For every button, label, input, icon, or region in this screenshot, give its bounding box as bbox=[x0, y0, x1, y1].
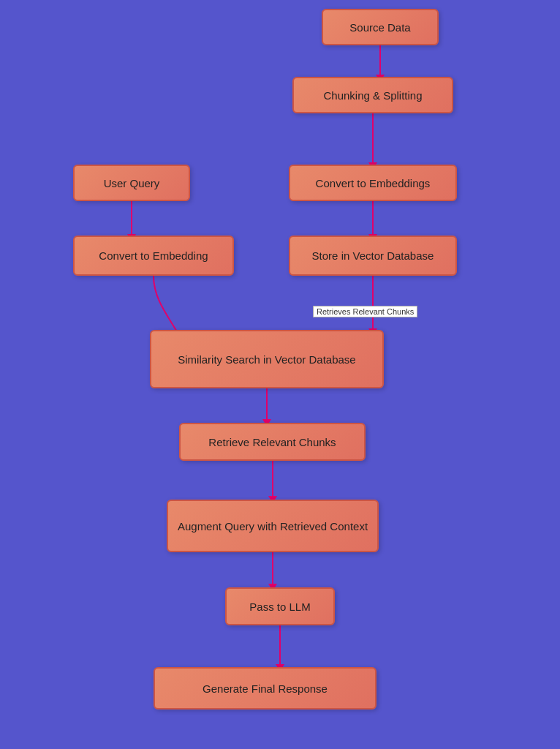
store-vector-node: Store in Vector Database bbox=[289, 236, 457, 276]
flowchart-container: Source Data Chunking & Splitting User Qu… bbox=[0, 0, 560, 749]
pass-llm-node: Pass to LLM bbox=[225, 587, 335, 625]
final-response-node: Generate Final Response bbox=[154, 667, 377, 710]
user-query-node: User Query bbox=[73, 165, 190, 201]
chunking-node: Chunking & Splitting bbox=[292, 77, 453, 113]
convert-embeddings-node: Convert to Embeddings bbox=[289, 165, 457, 201]
augment-query-node: Augment Query with Retrieved Context bbox=[167, 500, 379, 552]
retrieve-chunks-node: Retrieve Relevant Chunks bbox=[179, 423, 366, 461]
retrieves-label: Retrieves Relevant Chunks bbox=[313, 306, 417, 317]
similarity-search-node: Similarity Search in Vector Database bbox=[150, 330, 384, 388]
source-data-node: Source Data bbox=[322, 9, 439, 45]
convert-embedding-node: Convert to Embedding bbox=[73, 236, 234, 276]
